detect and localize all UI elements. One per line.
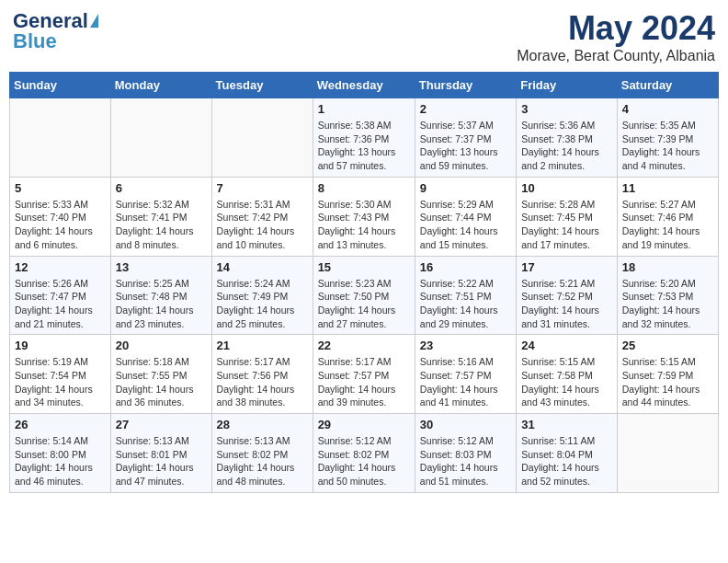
day-info-line: Sunrise: 5:12 AM [318,435,392,446]
day-info-line: and 2 minutes. [521,160,585,171]
day-info: Sunrise: 5:17 AMSunset: 7:56 PMDaylight:… [217,355,308,409]
day-info-line: Sunset: 7:47 PM [15,291,86,302]
day-info-line: and 8 minutes. [116,239,179,250]
day-info-line: and 50 minutes. [318,476,387,487]
day-info-line: Sunset: 8:03 PM [420,449,492,460]
day-info: Sunrise: 5:20 AMSunset: 7:53 PMDaylight:… [622,277,713,331]
day-info-line: Sunset: 7:39 PM [622,133,694,144]
calendar-cell: 14Sunrise: 5:24 AMSunset: 7:49 PMDayligh… [211,256,313,335]
page-header: General Blue May 2024 Morave, Berat Coun… [9,9,719,64]
day-info-line: and 46 minutes. [15,476,84,487]
logo-blue: Blue [13,29,57,53]
calendar-cell [110,98,211,178]
day-info: Sunrise: 5:24 AMSunset: 7:49 PMDaylight:… [217,277,308,331]
day-number: 18 [622,260,713,274]
day-info-line: Daylight: 14 hours [15,304,93,316]
day-info-line: Sunrise: 5:38 AM [318,120,392,131]
calendar-cell: 27Sunrise: 5:13 AMSunset: 8:01 PMDayligh… [110,414,211,493]
calendar-week-row: 12Sunrise: 5:26 AMSunset: 7:47 PMDayligh… [10,256,719,335]
day-info-line: and 21 minutes. [15,318,84,329]
logo: General Blue [13,9,98,53]
day-info: Sunrise: 5:26 AMSunset: 7:47 PMDaylight:… [15,277,106,331]
day-info-line: Sunrise: 5:28 AM [521,199,595,210]
day-info-line: Daylight: 14 hours [318,225,396,236]
day-info-line: Sunset: 7:52 PM [521,291,593,302]
calendar-week-row: 1Sunrise: 5:38 AMSunset: 7:36 PMDaylight… [10,98,719,178]
day-number: 2 [420,102,511,116]
day-info-line: Daylight: 14 hours [217,304,295,316]
day-info: Sunrise: 5:27 AMSunset: 7:46 PMDaylight:… [622,198,713,252]
day-info: Sunrise: 5:16 AMSunset: 7:57 PMDaylight:… [420,355,511,409]
day-info-line: and 38 minutes. [217,396,286,408]
location-subtitle: Morave, Berat County, Albania [517,48,715,64]
day-info: Sunrise: 5:23 AMSunset: 7:50 PMDaylight:… [318,277,410,331]
day-info-line: and 47 minutes. [116,476,185,487]
calendar-cell: 21Sunrise: 5:17 AMSunset: 7:56 PMDayligh… [211,335,313,414]
day-of-week-header: Monday [110,73,211,98]
day-info: Sunrise: 5:18 AMSunset: 7:55 PMDaylight:… [116,355,207,409]
day-number: 4 [622,102,713,116]
day-number: 1 [318,102,410,116]
day-number: 24 [521,339,612,352]
day-info-line: Sunrise: 5:23 AM [318,278,392,289]
day-number: 19 [15,339,106,352]
day-info-line: Sunrise: 5:20 AM [622,278,696,289]
calendar-cell: 10Sunrise: 5:28 AMSunset: 7:45 PMDayligh… [517,177,618,256]
day-info-line: Sunrise: 5:27 AM [622,199,696,210]
day-info: Sunrise: 5:36 AMSunset: 7:38 PMDaylight:… [521,119,612,173]
calendar-cell: 11Sunrise: 5:27 AMSunset: 7:46 PMDayligh… [617,177,718,256]
day-info-line: Sunrise: 5:37 AM [420,120,494,131]
day-number: 23 [420,339,511,352]
day-info-line: Sunset: 7:37 PM [420,133,492,144]
day-info-line: Daylight: 14 hours [116,462,194,473]
day-info-line: Sunset: 7:55 PM [116,370,188,381]
day-info: Sunrise: 5:29 AMSunset: 7:44 PMDaylight:… [420,198,511,252]
calendar-cell: 20Sunrise: 5:18 AMSunset: 7:55 PMDayligh… [110,335,211,414]
day-info-line: Daylight: 14 hours [420,304,498,316]
day-number: 21 [217,339,308,352]
day-number: 10 [521,181,612,195]
calendar-table: SundayMondayTuesdayWednesdayThursdayFrid… [9,72,719,493]
day-info-line: Sunrise: 5:30 AM [318,199,392,210]
day-info-line: and 44 minutes. [622,396,691,408]
day-info-line: and 32 minutes. [622,318,691,329]
day-info: Sunrise: 5:12 AMSunset: 8:03 PMDaylight:… [420,434,511,488]
day-info-line: Daylight: 14 hours [116,304,194,316]
day-info: Sunrise: 5:33 AMSunset: 7:40 PMDaylight:… [15,198,106,252]
day-info-line: Sunset: 7:46 PM [622,212,694,223]
day-info-line: Sunset: 7:50 PM [318,291,390,302]
day-info-line: Sunset: 8:04 PM [521,449,593,460]
day-number: 26 [15,418,106,431]
day-info: Sunrise: 5:28 AMSunset: 7:45 PMDaylight:… [521,198,612,252]
calendar-cell: 19Sunrise: 5:19 AMSunset: 7:54 PMDayligh… [10,335,111,414]
day-info-line: Sunset: 7:42 PM [217,212,289,223]
day-number: 30 [420,418,511,431]
day-info-line: and 15 minutes. [420,239,489,250]
day-info-line: Daylight: 14 hours [15,462,93,473]
day-of-week-header: Saturday [617,73,718,98]
day-info-line: Sunset: 7:43 PM [318,212,390,223]
day-info-line: Daylight: 14 hours [622,225,700,236]
day-info: Sunrise: 5:11 AMSunset: 8:04 PMDaylight:… [521,434,612,488]
day-info-line: and 31 minutes. [521,318,590,329]
day-info-line: Sunrise: 5:14 AM [15,435,88,446]
day-of-week-header: Thursday [415,73,516,98]
day-info-line: and 48 minutes. [217,476,286,487]
day-info-line: Daylight: 14 hours [420,225,498,236]
day-info-line: Daylight: 14 hours [521,384,599,395]
day-info: Sunrise: 5:35 AMSunset: 7:39 PMDaylight:… [622,119,713,173]
calendar-cell: 23Sunrise: 5:16 AMSunset: 7:57 PMDayligh… [415,335,516,414]
calendar-cell: 4Sunrise: 5:35 AMSunset: 7:39 PMDaylight… [617,98,718,178]
day-info-line: Sunset: 7:38 PM [521,133,593,144]
day-number: 20 [116,339,207,352]
calendar-cell: 25Sunrise: 5:15 AMSunset: 7:59 PMDayligh… [617,335,718,414]
day-info: Sunrise: 5:38 AMSunset: 7:36 PMDaylight:… [318,119,410,173]
day-info-line: Sunset: 8:02 PM [217,449,289,460]
day-info-line: and 57 minutes. [318,160,387,171]
day-info-line: Daylight: 14 hours [15,225,93,236]
day-info: Sunrise: 5:17 AMSunset: 7:57 PMDaylight:… [318,355,410,409]
calendar-cell: 13Sunrise: 5:25 AMSunset: 7:48 PMDayligh… [110,256,211,335]
day-info-line: Daylight: 14 hours [521,304,599,316]
day-number: 25 [622,339,713,352]
day-info: Sunrise: 5:15 AMSunset: 7:58 PMDaylight:… [521,355,612,409]
